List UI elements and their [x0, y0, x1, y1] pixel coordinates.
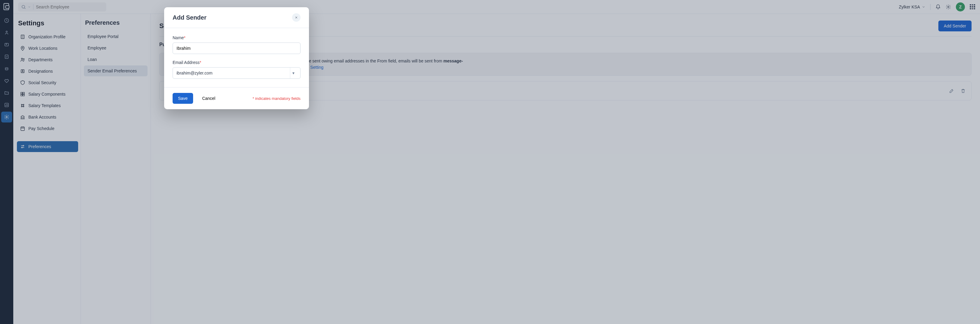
email-label: Email Address*: [173, 60, 301, 65]
name-field: Name*: [173, 35, 301, 54]
email-field: Email Address* ibrahim@zyler.com ▾: [173, 60, 301, 79]
name-label: Name*: [173, 35, 301, 40]
save-button[interactable]: Save: [173, 93, 193, 104]
mandatory-hint: * indicates mandatory fields: [253, 96, 301, 101]
name-input[interactable]: [173, 43, 301, 54]
close-button[interactable]: [292, 13, 301, 22]
modal-scrim[interactable]: [0, 0, 980, 324]
close-icon: [294, 16, 298, 19]
add-sender-modal: Add Sender Name* Email Address* ibrahim@…: [164, 7, 309, 109]
modal-title: Add Sender: [173, 14, 206, 21]
email-select[interactable]: ibrahim@zyler.com ▾: [173, 67, 301, 79]
cancel-button[interactable]: Cancel: [197, 93, 221, 104]
chevron-down-icon: ▾: [290, 68, 297, 78]
email-value: ibrahim@zyler.com: [177, 71, 212, 75]
